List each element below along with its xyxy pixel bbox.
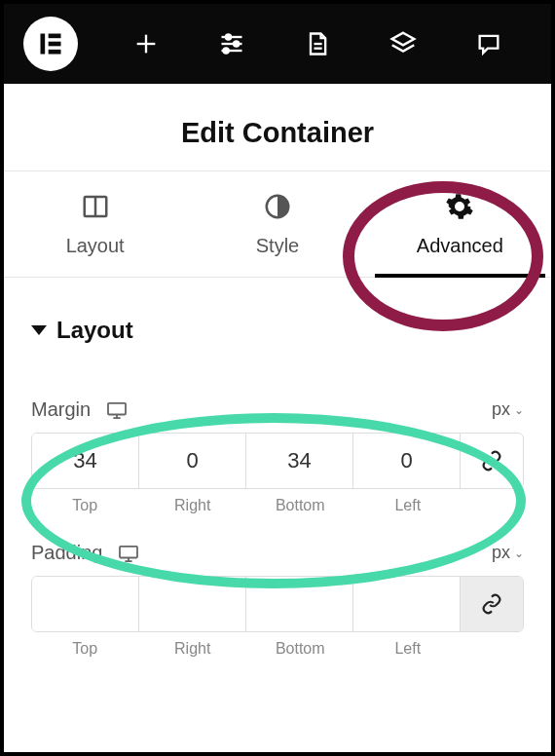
padding-label: Padding bbox=[31, 542, 102, 564]
svg-marker-14 bbox=[392, 33, 415, 46]
padding-control: Padding px ⌄ Top Right Bottom Left bbox=[4, 514, 551, 658]
margin-right-input[interactable] bbox=[139, 434, 246, 488]
padding-label-wrap: Padding bbox=[31, 542, 139, 564]
desktop-icon[interactable] bbox=[118, 545, 139, 562]
comment-button[interactable] bbox=[462, 17, 516, 71]
style-icon bbox=[263, 192, 292, 221]
margin-top-input[interactable] bbox=[32, 434, 139, 488]
svg-rect-3 bbox=[49, 50, 61, 55]
link-icon bbox=[481, 593, 502, 615]
top-toolbar bbox=[4, 4, 551, 84]
margin-side-labels: Top Right Bottom Left bbox=[31, 497, 524, 514]
margin-control: Margin px ⌄ Top Right Bottom Left bbox=[4, 356, 551, 514]
settings-button[interactable] bbox=[204, 17, 259, 71]
tabs: Layout Style Advanced bbox=[4, 170, 551, 278]
tab-style-label: Style bbox=[256, 235, 299, 257]
layers-icon bbox=[388, 29, 418, 58]
padding-unit-select[interactable]: px ⌄ bbox=[492, 543, 524, 563]
padding-left-label: Left bbox=[354, 640, 462, 658]
svg-rect-0 bbox=[41, 34, 46, 55]
svg-rect-1 bbox=[49, 34, 61, 39]
padding-inputs bbox=[31, 576, 524, 632]
tab-layout-label: Layout bbox=[66, 235, 125, 257]
padding-link-button[interactable] bbox=[461, 577, 523, 631]
sliders-icon bbox=[218, 30, 245, 57]
caret-down-icon bbox=[31, 325, 47, 335]
add-button[interactable] bbox=[119, 17, 173, 71]
svg-rect-21 bbox=[120, 546, 137, 557]
padding-side-labels: Top Right Bottom Left bbox=[31, 640, 524, 658]
section-layout-header[interactable]: Layout bbox=[31, 317, 524, 344]
margin-link-button[interactable] bbox=[461, 434, 523, 488]
page-button[interactable] bbox=[290, 17, 345, 71]
padding-bottom-input[interactable] bbox=[246, 577, 353, 631]
section-layout-title: Layout bbox=[56, 317, 133, 344]
margin-unit-label: px bbox=[492, 399, 510, 420]
tab-advanced[interactable]: Advanced bbox=[369, 171, 551, 277]
svg-point-9 bbox=[234, 41, 239, 46]
padding-top-input[interactable] bbox=[32, 577, 139, 631]
svg-rect-2 bbox=[49, 42, 61, 47]
comment-icon bbox=[475, 30, 502, 57]
panel-title: Edit Container bbox=[4, 84, 551, 170]
tab-style[interactable]: Style bbox=[186, 171, 368, 277]
padding-top-label: Top bbox=[31, 640, 139, 658]
margin-label-wrap: Margin bbox=[31, 398, 128, 421]
elementor-logo-icon bbox=[37, 30, 64, 57]
svg-rect-18 bbox=[108, 402, 126, 414]
margin-unit-select[interactable]: px ⌄ bbox=[492, 399, 524, 420]
tab-advanced-label: Advanced bbox=[417, 235, 503, 257]
add-icon bbox=[132, 30, 160, 57]
svg-point-7 bbox=[226, 34, 231, 39]
section-layout: Layout bbox=[4, 278, 551, 356]
padding-unit-label: px bbox=[492, 543, 510, 563]
margin-left-input[interactable] bbox=[353, 434, 461, 488]
margin-label: Margin bbox=[31, 398, 91, 421]
margin-bottom-input[interactable] bbox=[246, 434, 353, 488]
page-icon bbox=[304, 30, 331, 57]
margin-left-label: Left bbox=[354, 497, 462, 514]
layout-icon bbox=[81, 192, 110, 221]
margin-inputs bbox=[31, 433, 524, 489]
padding-bottom-label: Bottom bbox=[246, 640, 354, 658]
padding-left-input[interactable] bbox=[353, 577, 461, 631]
padding-header: Padding px ⌄ bbox=[31, 542, 524, 564]
margin-bottom-label: Bottom bbox=[246, 497, 354, 514]
gear-icon bbox=[445, 192, 474, 221]
margin-top-label: Top bbox=[31, 497, 139, 514]
layers-button[interactable] bbox=[376, 17, 430, 71]
chevron-down-icon: ⌄ bbox=[514, 403, 524, 417]
desktop-icon[interactable] bbox=[106, 401, 128, 419]
svg-point-11 bbox=[224, 48, 229, 53]
margin-header: Margin px ⌄ bbox=[31, 398, 524, 421]
link-icon bbox=[481, 450, 502, 472]
margin-right-label: Right bbox=[139, 497, 247, 514]
tab-layout[interactable]: Layout bbox=[4, 171, 186, 277]
elementor-logo[interactable] bbox=[23, 17, 78, 71]
padding-right-label: Right bbox=[139, 640, 247, 658]
chevron-down-icon: ⌄ bbox=[514, 547, 524, 560]
padding-right-input[interactable] bbox=[139, 577, 246, 631]
